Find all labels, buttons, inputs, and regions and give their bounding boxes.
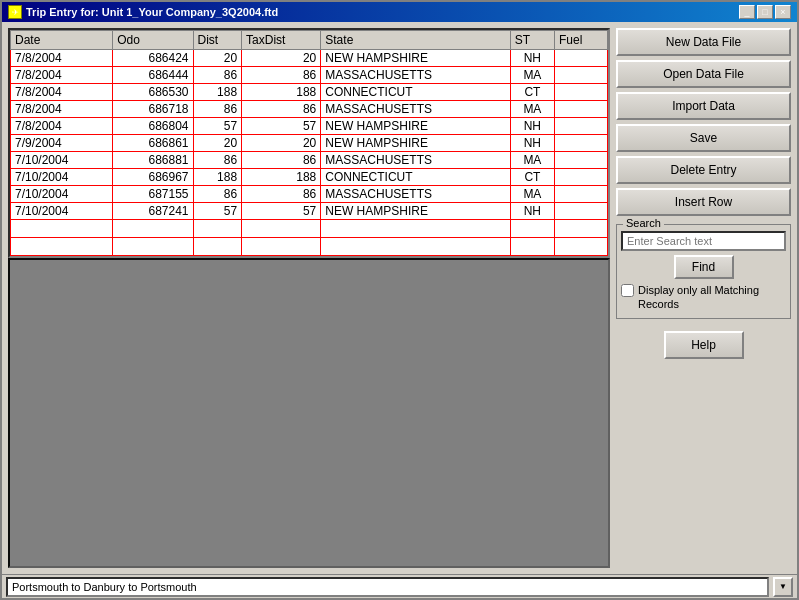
cell-fuel <box>554 84 607 101</box>
status-input[interactable] <box>6 577 769 597</box>
cell-dist: 86 <box>193 152 242 169</box>
cell-st: NH <box>510 203 554 220</box>
cell-date: 7/10/2004 <box>11 169 113 186</box>
cell-st: NH <box>510 118 554 135</box>
title-bar: ✈ Trip Entry for: Unit 1_Your Company_3Q… <box>2 2 797 22</box>
search-group: Search Find Display only all Matching Re… <box>616 224 791 319</box>
cell-dist: 20 <box>193 50 242 67</box>
cell-date: 7/8/2004 <box>11 101 113 118</box>
new-data-file-button[interactable]: New Data File <box>616 28 791 56</box>
cell-taxdist: 20 <box>242 50 321 67</box>
table-row[interactable]: 7/8/2004 686804 57 57 NEW HAMPSHIRE NH <box>11 118 608 135</box>
cell-odo: 686881 <box>113 152 193 169</box>
cell-taxdist: 86 <box>242 67 321 84</box>
cell-state: NEW HAMPSHIRE <box>321 135 510 152</box>
cell-dist-empty <box>193 220 242 238</box>
cell-odo-empty <box>113 220 193 238</box>
cell-fuel-empty <box>554 238 607 256</box>
help-button[interactable]: Help <box>664 331 744 359</box>
search-legend: Search <box>623 217 664 229</box>
cell-dist: 188 <box>193 84 242 101</box>
cell-dist: 86 <box>193 186 242 203</box>
main-content: Date Odo Dist TaxDist State ST Fuel 7/8/… <box>2 22 797 574</box>
delete-entry-button[interactable]: Delete Entry <box>616 156 791 184</box>
open-data-file-button[interactable]: Open Data File <box>616 60 791 88</box>
save-button[interactable]: Save <box>616 124 791 152</box>
cell-st: NH <box>510 135 554 152</box>
table-row[interactable]: 7/8/2004 686424 20 20 NEW HAMPSHIRE NH <box>11 50 608 67</box>
cell-fuel <box>554 169 607 186</box>
right-panel: New Data File Open Data File Import Data… <box>616 28 791 568</box>
maximize-button[interactable]: □ <box>757 5 773 19</box>
cell-odo-empty <box>113 238 193 256</box>
cell-fuel <box>554 186 607 203</box>
cell-taxdist: 20 <box>242 135 321 152</box>
cell-state: CONNECTICUT <box>321 169 510 186</box>
cell-st-empty <box>510 238 554 256</box>
cell-date: 7/9/2004 <box>11 135 113 152</box>
cell-st: MA <box>510 101 554 118</box>
find-button[interactable]: Find <box>674 255 734 279</box>
matching-records-label: Display only all Matching Records <box>638 283 786 312</box>
cell-date: 7/10/2004 <box>11 152 113 169</box>
cell-taxdist: 57 <box>242 118 321 135</box>
col-header-st: ST <box>510 31 554 50</box>
table-row[interactable]: 7/9/2004 686861 20 20 NEW HAMPSHIRE NH <box>11 135 608 152</box>
cell-state: NEW HAMPSHIRE <box>321 50 510 67</box>
cell-st-empty <box>510 220 554 238</box>
cell-fuel <box>554 67 607 84</box>
col-header-state: State <box>321 31 510 50</box>
cell-odo: 686804 <box>113 118 193 135</box>
cell-date-empty <box>11 220 113 238</box>
cell-date: 7/8/2004 <box>11 67 113 84</box>
table-row-empty[interactable] <box>11 220 608 238</box>
window-title: Trip Entry for: Unit 1_Your Company_3Q20… <box>26 6 278 18</box>
cell-dist: 57 <box>193 118 242 135</box>
cell-dist: 86 <box>193 67 242 84</box>
matching-records-checkbox[interactable] <box>621 284 634 297</box>
close-button[interactable]: × <box>775 5 791 19</box>
col-header-date: Date <box>11 31 113 50</box>
table-row-empty[interactable] <box>11 238 608 256</box>
table-row[interactable]: 7/8/2004 686718 86 86 MASSACHUSETTS MA <box>11 101 608 118</box>
status-dropdown-button[interactable]: ▼ <box>773 577 793 597</box>
cell-odo: 686967 <box>113 169 193 186</box>
import-data-button[interactable]: Import Data <box>616 92 791 120</box>
table-row[interactable]: 7/10/2004 686881 86 86 MASSACHUSETTS MA <box>11 152 608 169</box>
table-row[interactable]: 7/10/2004 686967 188 188 CONNECTICUT CT <box>11 169 608 186</box>
cell-fuel <box>554 203 607 220</box>
minimize-button[interactable]: _ <box>739 5 755 19</box>
title-bar-left: ✈ Trip Entry for: Unit 1_Your Company_3Q… <box>8 5 278 19</box>
table-row[interactable]: 7/8/2004 686530 188 188 CONNECTICUT CT <box>11 84 608 101</box>
cell-odo: 687241 <box>113 203 193 220</box>
cell-state: NEW HAMPSHIRE <box>321 118 510 135</box>
cell-state-empty <box>321 238 510 256</box>
cell-dist-empty <box>193 238 242 256</box>
cell-taxdist: 86 <box>242 101 321 118</box>
cell-state: NEW HAMPSHIRE <box>321 203 510 220</box>
cell-odo: 686861 <box>113 135 193 152</box>
cell-odo: 686530 <box>113 84 193 101</box>
cell-date: 7/10/2004 <box>11 203 113 220</box>
data-table-container: Date Odo Dist TaxDist State ST Fuel 7/8/… <box>8 28 610 258</box>
cell-date: 7/10/2004 <box>11 186 113 203</box>
table-row[interactable]: 7/10/2004 687155 86 86 MASSACHUSETTS MA <box>11 186 608 203</box>
app-icon: ✈ <box>8 5 22 19</box>
col-header-dist: Dist <box>193 31 242 50</box>
insert-row-button[interactable]: Insert Row <box>616 188 791 216</box>
cell-fuel <box>554 152 607 169</box>
cell-state: CONNECTICUT <box>321 84 510 101</box>
cell-date: 7/8/2004 <box>11 84 113 101</box>
cell-state-empty <box>321 220 510 238</box>
cell-taxdist: 57 <box>242 203 321 220</box>
table-row[interactable]: 7/8/2004 686444 86 86 MASSACHUSETTS MA <box>11 67 608 84</box>
status-bar: ▼ <box>2 574 797 598</box>
col-header-fuel: Fuel <box>554 31 607 50</box>
cell-state: MASSACHUSETTS <box>321 152 510 169</box>
table-row[interactable]: 7/10/2004 687241 57 57 NEW HAMPSHIRE NH <box>11 203 608 220</box>
cell-odo: 686444 <box>113 67 193 84</box>
cell-taxdist: 86 <box>242 152 321 169</box>
table-section: Date Odo Dist TaxDist State ST Fuel 7/8/… <box>8 28 610 568</box>
search-input[interactable] <box>621 231 786 251</box>
cell-st: CT <box>510 84 554 101</box>
